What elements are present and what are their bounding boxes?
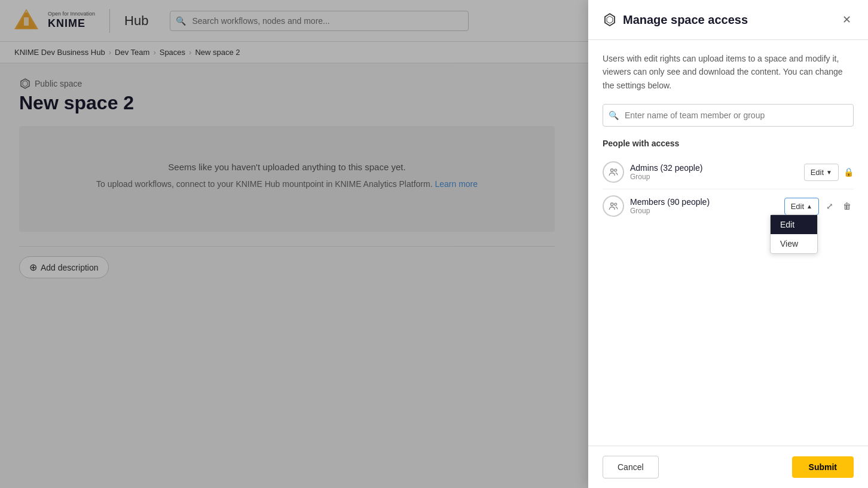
svg-point-10 — [611, 203, 614, 206]
access-row-admins: Admins (32 people) Group Edit ▼ 🔒 — [603, 155, 854, 189]
svg-point-8 — [611, 169, 614, 172]
dropdown-option-edit[interactable]: Edit — [771, 215, 817, 234]
access-controls-admins: Edit ▼ 🔒 — [804, 164, 854, 181]
member-name-admins: Admins (32 people) — [630, 163, 798, 173]
svg-marker-6 — [605, 14, 615, 26]
side-panel: Manage space access ✕ Users with edit ri… — [588, 0, 868, 293]
panel-title-icon — [603, 13, 617, 27]
access-dropdown-menu: Edit View — [770, 214, 818, 254]
access-row-members: Members (90 people) Group Edit ▲ ⤢ 🗑 Edi… — [603, 189, 854, 223]
edit-dropdown-members[interactable]: Edit ▲ — [784, 198, 819, 215]
member-search-icon: 🔍 — [609, 111, 619, 120]
panel-title-text: Manage space access — [623, 13, 748, 27]
member-type-members: Group — [630, 207, 778, 215]
side-panel-title: Manage space access — [603, 13, 748, 27]
chevron-down-icon-admins: ▼ — [826, 169, 832, 176]
people-section-title: People with access — [603, 139, 854, 148]
chevron-up-icon-members: ▲ — [806, 203, 812, 210]
svg-point-11 — [615, 203, 617, 205]
side-panel-body: Users with edit rights can upload items … — [588, 40, 868, 293]
svg-marker-7 — [607, 16, 613, 23]
expand-button-members[interactable]: ⤢ — [824, 199, 836, 213]
member-search-input[interactable] — [603, 104, 854, 127]
access-controls-members: Edit ▲ ⤢ 🗑 — [784, 198, 854, 215]
member-info-admins: Admins (32 people) Group — [630, 163, 798, 181]
panel-description: Users with edit rights can upload items … — [603, 52, 854, 92]
group-icon-admins — [603, 161, 624, 183]
edit-dropdown-admins[interactable]: Edit ▼ — [804, 164, 839, 181]
svg-point-9 — [615, 169, 617, 171]
close-button[interactable]: ✕ — [840, 12, 854, 27]
delete-button-members[interactable]: 🗑 — [841, 199, 854, 213]
member-search-container: 🔍 — [603, 104, 854, 127]
member-name-members: Members (90 people) — [630, 197, 778, 207]
side-panel-header: Manage space access ✕ — [588, 0, 868, 40]
group-icon-members — [603, 195, 624, 217]
edit-dropdown-label-members: Edit — [791, 202, 804, 211]
dropdown-option-view[interactable]: View — [771, 234, 817, 253]
lock-icon-admins: 🔒 — [843, 167, 854, 177]
edit-dropdown-label-admins: Edit — [811, 168, 824, 177]
member-info-members: Members (90 people) Group — [630, 197, 778, 215]
member-type-admins: Group — [630, 173, 798, 181]
